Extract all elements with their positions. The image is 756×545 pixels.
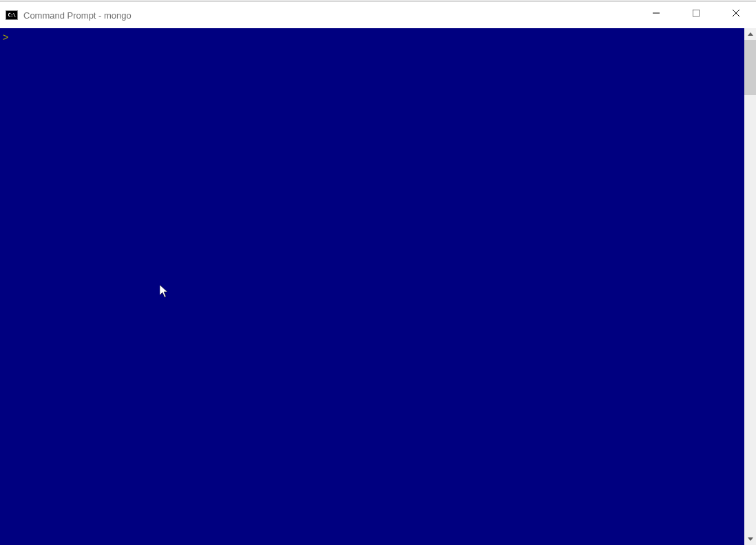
- close-icon: [733, 10, 739, 17]
- chevron-down-icon: [748, 537, 753, 541]
- vertical-scrollbar[interactable]: [744, 28, 756, 545]
- maximize-icon: [693, 10, 700, 17]
- window-title: Command Prompt - mongo: [23, 10, 132, 21]
- app-icon: C:\: [6, 10, 18, 20]
- window-controls: [636, 2, 756, 24]
- titlebar[interactable]: C:\ Command Prompt - mongo: [0, 2, 756, 28]
- command-prompt-window: C:\ Command Prompt - mongo: [0, 1, 756, 545]
- app-icon-text: C:\: [8, 13, 15, 18]
- terminal-prompt: >: [3, 32, 8, 43]
- scroll-thumb[interactable]: [744, 40, 756, 95]
- scroll-track[interactable]: [744, 40, 756, 533]
- content-area: >: [0, 28, 756, 545]
- scroll-down-button[interactable]: [744, 533, 756, 545]
- minimize-icon: [653, 10, 660, 17]
- svg-rect-1: [693, 10, 700, 17]
- minimize-button[interactable]: [636, 2, 676, 24]
- close-button[interactable]: [716, 2, 756, 24]
- terminal[interactable]: >: [0, 28, 744, 545]
- maximize-button[interactable]: [676, 2, 716, 24]
- chevron-up-icon: [748, 32, 753, 36]
- scroll-up-button[interactable]: [744, 28, 756, 40]
